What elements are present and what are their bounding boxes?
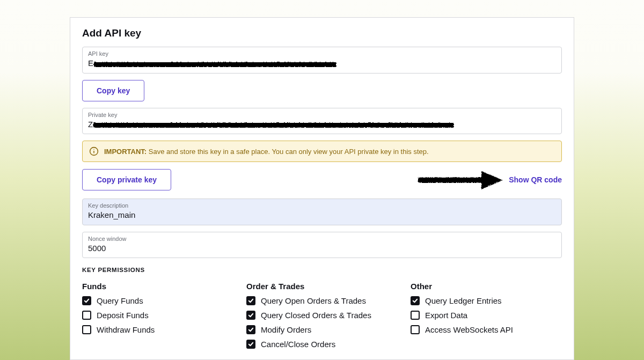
private-key-label: Private key [88,112,556,118]
svg-marker-4 [481,171,502,189]
key-permissions-heading: KEY PERMISSIONS [82,267,562,273]
permission-other-2[interactable]: Access WebSockets API [411,325,562,334]
permission-orders-2[interactable]: Modify Orders [246,325,398,334]
api-key-field[interactable]: API key E [82,47,562,74]
permission-label: Query Open Orders & Trades [261,296,366,305]
show-qr-code-link[interactable]: Show QR code [509,175,562,184]
permission-orders-0[interactable]: Query Open Orders & Trades [246,296,398,305]
permission-label: Query Closed Orders & Trades [261,311,371,320]
permission-funds-0[interactable]: Query Funds [82,296,233,305]
permission-label: Export Data [425,311,467,320]
permissions-col-funds: Funds Query FundsDeposit FundsWithdraw F… [82,282,233,354]
permission-other-1[interactable]: Export Data [411,311,562,320]
api-key-label: API key [88,50,556,57]
checkbox[interactable] [82,296,91,305]
permissions-col-other: Other Query Ledger EntriesExport DataAcc… [411,282,562,354]
private-key-value: Z [88,119,556,130]
permission-label: Cancel/Close Orders [261,340,335,349]
checkbox[interactable] [246,340,255,349]
permissions-grid: Funds Query FundsDeposit FundsWithdraw F… [82,282,562,354]
permission-funds-1[interactable]: Deposit Funds [82,311,233,320]
add-api-key-panel: Add API key API key E Copy key Private k… [70,17,574,360]
api-key-value: E [88,58,556,69]
redaction-bar [93,122,453,127]
checkbox[interactable] [411,311,420,320]
checkbox[interactable] [82,325,91,334]
checkbox[interactable] [82,311,91,320]
private-key-field[interactable]: Private key Z [82,108,562,135]
checkbox[interactable] [411,325,420,334]
arrow-annotation: Show QR code [418,168,562,191]
permission-other-0[interactable]: Query Ledger Entries [411,296,562,305]
private-key-prefix: Z [88,120,93,129]
other-title: Other [411,282,562,291]
copy-key-button[interactable]: Copy key [82,80,144,101]
checkbox[interactable] [246,296,255,305]
permission-label: Withdraw Funds [97,325,155,334]
funds-title: Funds [82,282,233,291]
info-icon [89,146,99,156]
arrow-icon [418,168,503,191]
permission-label: Query Funds [97,296,143,305]
checkbox[interactable] [246,325,255,334]
copy-private-key-button[interactable]: Copy private key [82,169,171,190]
svg-point-2 [93,149,94,150]
permissions-col-orders: Order & Trades Query Open Orders & Trade… [246,282,398,354]
orders-title: Order & Trades [246,282,398,291]
permission-label: Deposit Funds [97,311,149,320]
notice-text: IMPORTANT: Save and store this key in a … [104,148,429,156]
permission-label: Query Ledger Entries [425,296,502,305]
api-key-prefix: E [88,58,93,68]
permission-orders-3[interactable]: Cancel/Close Orders [246,340,398,349]
nonce-window-value: 5000 [88,243,556,254]
notice-important: IMPORTANT: [104,148,147,156]
permission-orders-1[interactable]: Query Closed Orders & Trades [246,311,398,320]
key-description-value: Kraken_main [88,210,556,221]
nonce-window-field[interactable]: Nonce window 5000 [82,232,562,259]
permission-label: Modify Orders [261,325,311,334]
nonce-window-label: Nonce window [88,236,556,242]
page-title: Add API key [82,27,562,39]
checkbox[interactable] [411,296,420,305]
redaction-bar [93,62,336,67]
permission-label: Access WebSockets API [425,325,513,334]
key-description-label: Key description [88,202,556,209]
important-notice: IMPORTANT: Save and store this key in a … [82,141,562,162]
notice-body: Save and store this key in a safe place.… [149,148,429,156]
checkbox[interactable] [246,311,255,320]
key-description-field[interactable]: Key description Kraken_main [82,199,562,225]
permission-funds-2[interactable]: Withdraw Funds [82,325,233,334]
